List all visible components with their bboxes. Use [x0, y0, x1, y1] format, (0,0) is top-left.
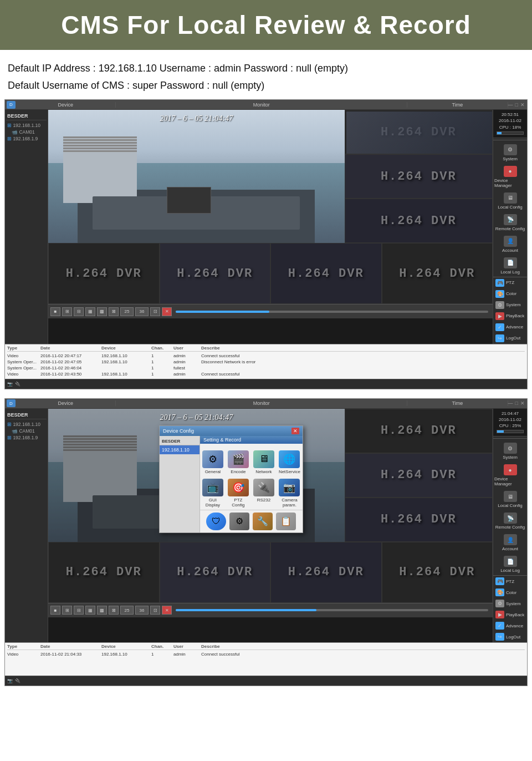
toolbar-volume-slider-2[interactable]: [176, 609, 488, 611]
camera-feed-main: [48, 110, 345, 243]
time-value-2: 21:04:47: [495, 410, 525, 417]
tb-grid3-btn[interactable]: ▦: [85, 307, 95, 316]
status-connect-icon[interactable]: 🔌: [15, 382, 21, 387]
device-manager-btn-2[interactable]: ● Device Manager: [493, 462, 527, 489]
tb-grid4-btn[interactable]: ▩: [97, 307, 107, 316]
config-netservice[interactable]: 🌐 NetService: [279, 450, 300, 474]
tb-25-btn[interactable]: 25: [120, 307, 134, 316]
right-sidebar-bottom-2: 🎮 PTZ 🎨 Color ⚙ System ▶ PlayBack: [493, 575, 527, 642]
tb2-grid4-btn[interactable]: ▩: [97, 606, 107, 615]
config-encode[interactable]: 🎬 Encode: [228, 450, 249, 474]
log-row-2: System Oper... 2016-11-02 20:46:04 1 ful…: [7, 365, 525, 371]
remote-config-btn[interactable]: 📡 Remote Config: [493, 212, 527, 234]
camera-top-row: 2017 – 6 – 05 21:04:47 H.264 DVR H.264 D…: [48, 110, 493, 243]
config-ptz[interactable]: 🎯 PTZ Config: [228, 479, 249, 508]
dvr-panel-b2-3: H.264 DVR: [270, 542, 382, 603]
playback-btn-2[interactable]: ▶ PlayBack: [493, 609, 527, 620]
tb-monitor: Monitor: [116, 102, 407, 108]
tb2-aspect-btn[interactable]: ⊡: [150, 606, 160, 615]
tb-36-btn[interactable]: 36: [135, 307, 149, 316]
tb2-grid2-btn[interactable]: ⊟: [74, 606, 84, 615]
playback-btn[interactable]: ▶ PlayBack: [493, 311, 527, 322]
config-network[interactable]: 🖥 Network: [253, 450, 274, 474]
device-manager-btn[interactable]: ● Device Manager: [493, 164, 527, 190]
log-row-0: Video 2016-11-02 20:47:17 192.168.1.10 1…: [7, 353, 525, 359]
ptz-btn[interactable]: 🎮 PTZ: [493, 277, 527, 288]
log-row-3: Video 2016-11-02 20:43:50 192.168.1.10 1…: [7, 371, 525, 377]
sidebar-header-2: BESDER: [6, 411, 47, 419]
status-connect-icon-2[interactable]: 🔌: [15, 678, 21, 683]
camera-grid-1: 2017 – 6 – 05 21:04:47 H.264 DVR H.264 D…: [48, 110, 493, 344]
config-gui-icon: 📺: [202, 479, 223, 496]
tb2-grid1-btn[interactable]: ⊞: [62, 606, 72, 615]
color-btn[interactable]: 🎨 Color: [493, 288, 527, 300]
account-btn[interactable]: 👤 Account: [493, 234, 527, 255]
advance-btn-2[interactable]: ✓ Advance: [493, 620, 527, 631]
system-bottom-btn-2[interactable]: ⚙ System: [493, 598, 527, 609]
tb-grid2-btn[interactable]: ⊟: [74, 307, 84, 316]
status-camera-icon[interactable]: 📷: [7, 382, 13, 387]
dvr-panel-b2: H.264 DVR: [160, 243, 271, 304]
local-config-btn-2[interactable]: 🖥 Local Config: [493, 489, 527, 510]
advance-btn[interactable]: ✓ Advance: [493, 322, 527, 333]
account-btn-2[interactable]: 👤 Account: [493, 532, 527, 554]
dialog-bottom-icon-3[interactable]: 🔧: [253, 513, 273, 530]
logout-btn[interactable]: ↪ LogOut: [493, 333, 527, 344]
sidebar-cam-2[interactable]: 📹 CAM01: [6, 428, 47, 434]
dialog-bottom-icon-1[interactable]: 🛡: [206, 513, 226, 530]
tb2-stop-btn[interactable]: ■: [50, 606, 60, 615]
status-camera-icon-2[interactable]: 📷: [7, 678, 13, 683]
config-general[interactable]: ⚙ General: [202, 450, 223, 474]
tb-record-btn[interactable]: ✕: [162, 307, 172, 316]
playback-icon: ▶: [495, 312, 504, 320]
close-btn[interactable]: ✕: [520, 102, 525, 108]
sidebar-device-2[interactable]: ⊞ 192.168.1.9: [6, 135, 47, 142]
local-config-btn[interactable]: 🖥 Local Config: [493, 190, 527, 212]
divider-1: [493, 140, 527, 140]
ptz-btn-2[interactable]: 🎮 PTZ: [493, 576, 527, 587]
config-gui[interactable]: 📺 GUI Display: [202, 479, 223, 508]
tb2-grid3-btn[interactable]: ▦: [85, 606, 95, 615]
local-log-btn[interactable]: 📄 Local Log: [493, 255, 527, 277]
logout-btn-2[interactable]: ↪ LogOut: [493, 631, 527, 642]
sidebar-device-2a[interactable]: ⊞ 192.168.1.10: [6, 421, 47, 428]
color-btn-2[interactable]: 🎨 Color: [493, 587, 527, 598]
close-btn-2[interactable]: ✕: [520, 400, 525, 406]
tb-grid1-btn[interactable]: ⊞: [62, 307, 72, 316]
config-camera[interactable]: 📷 Camera param.: [279, 479, 300, 508]
config-general-icon: ⚙: [202, 450, 223, 468]
minimize-btn-2[interactable]: —: [508, 400, 513, 406]
tb-stop-btn[interactable]: ■: [50, 307, 60, 316]
maximize-btn-2[interactable]: □: [515, 400, 518, 406]
tb-grid5-btn[interactable]: ⊠: [109, 307, 119, 316]
camera-bottom-row: H.264 DVR H.264 DVR H.264 DVR H.264 DVR: [48, 243, 493, 304]
dialog-bottom-icon-4[interactable]: 📋: [276, 513, 296, 530]
tb2-device: Device: [16, 400, 116, 406]
sidebar-device-2b[interactable]: ⊞ 192.168.1.9: [6, 434, 47, 441]
local-log-btn-2[interactable]: 📄 Local Log: [493, 554, 527, 575]
tb2-record-btn[interactable]: ✕: [162, 606, 172, 615]
tb2-grid5-btn[interactable]: ⊠: [109, 606, 119, 615]
tb2-25-btn[interactable]: 25: [120, 606, 134, 615]
dialog-sidebar-item[interactable]: 192.168.1.10: [160, 445, 200, 454]
ptz-icon-2: 🎮: [495, 577, 504, 585]
remote-config-btn-2[interactable]: 📡 Remote Config: [493, 510, 527, 532]
screenshot-2: D Device Monitor Time — □ ✕ BESDER ⊞ 192…: [4, 398, 528, 687]
dvr-panel-b4: H.264 DVR: [382, 243, 493, 304]
sidebar-cam-1[interactable]: 📹 CAM01: [6, 129, 47, 135]
system-btn-2[interactable]: ⚙ System: [493, 440, 527, 462]
minimize-btn[interactable]: —: [508, 102, 513, 108]
toolbar-volume-slider[interactable]: [176, 311, 488, 313]
system-btn[interactable]: ⚙ System: [493, 142, 527, 164]
system-bottom-icon: ⚙: [495, 301, 504, 309]
system-bottom-btn[interactable]: ⚙ System: [493, 300, 527, 311]
tb-aspect-btn[interactable]: ⊡: [150, 307, 160, 316]
maximize-btn[interactable]: □: [515, 102, 518, 108]
side-panels-1: H.264 DVR H.264 DVR H.264 DVR: [345, 110, 493, 243]
config-rs232[interactable]: 🔌 RS232: [253, 479, 274, 508]
sidebar-device-1[interactable]: ⊞ 192.168.1.10: [6, 122, 47, 129]
dialog-close-btn[interactable]: ✕: [291, 428, 299, 434]
tb2-36-btn[interactable]: 36: [135, 606, 149, 615]
dialog-bottom-icon-2[interactable]: ⚙: [229, 513, 249, 530]
app-icon: D: [7, 101, 16, 109]
